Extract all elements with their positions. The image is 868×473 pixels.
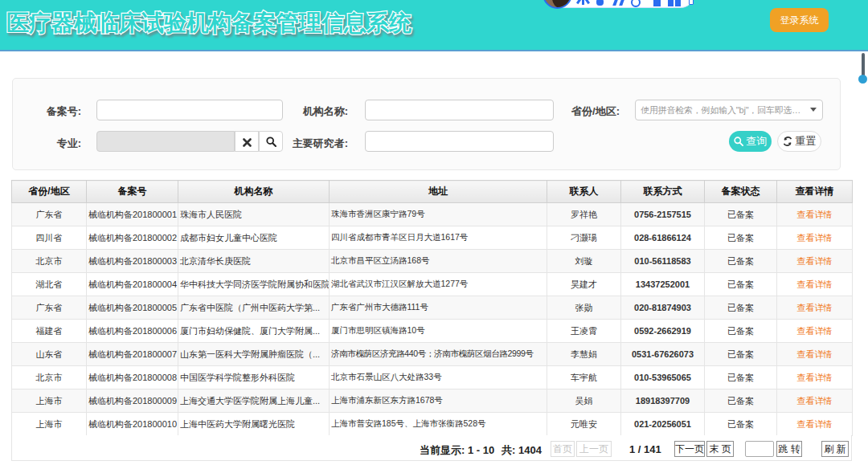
svg-text:医疗器械临床试验机构备案管理信息系统: 医疗器械临床试验机构备案管理信息系统 — [6, 10, 412, 35]
